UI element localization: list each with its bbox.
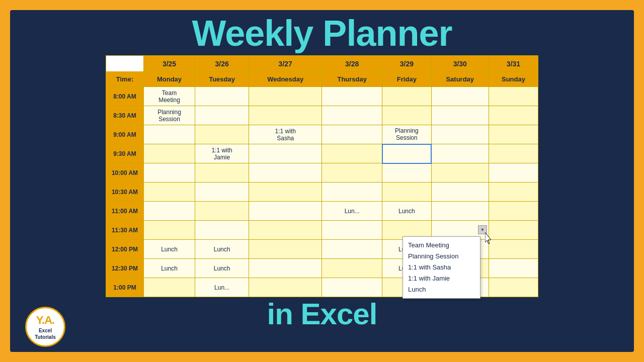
cell-mon-1200: Lunch [144, 240, 195, 259]
cell-mon-1030 [144, 183, 195, 202]
cell-sat-900 [431, 125, 489, 144]
cell-tue-800 [195, 87, 249, 106]
table-row: 8:00 AM TeamMeeting [106, 87, 538, 106]
page-title-bottom: in Excel [267, 299, 377, 329]
cell-tue-1030 [195, 183, 249, 202]
tooltip-item-1: Team Meeting [408, 240, 475, 251]
cell-tue-930: 1:1 withJamie [195, 144, 249, 163]
cell-sat-830 [431, 106, 489, 125]
cell-sun-800 [489, 87, 538, 106]
logo-line2: Tutorials [35, 334, 55, 340]
time-cell: 8:00 AM [106, 87, 144, 106]
cell-mon-1230: Lunch [144, 259, 195, 278]
time-cell: 11:00 AM [106, 202, 144, 221]
cell-wed-1000 [249, 163, 322, 183]
cell-fri-930 [382, 144, 432, 163]
day-thu: Thursday [322, 72, 382, 87]
cell-fri-1030 [382, 183, 432, 202]
cell-thu-1230 [322, 259, 382, 278]
cell-thu-1200 [322, 240, 382, 259]
cell-mon-800: TeamMeeting [144, 87, 195, 106]
cell-thu-830 [322, 106, 382, 125]
cell-thu-1030 [322, 183, 382, 202]
cell-mon-830: PlanningSession [144, 106, 195, 125]
day-sun: Sunday [489, 72, 538, 87]
calendar-container: 3/25 3/26 3/27 3/28 3/29 3/30 3/31 Time:… [106, 55, 538, 297]
time-cell: 9:00 AM [106, 125, 144, 144]
table-row: 10:00 AM [106, 163, 538, 183]
cell-tue-100: Lun... [195, 278, 249, 297]
cell-fri-1000 [382, 163, 432, 183]
cell-thu-900 [322, 125, 382, 144]
cell-sat-1030 [431, 183, 489, 202]
cell-fri-900: PlanningSession [382, 125, 432, 144]
cell-wed-1230 [249, 259, 322, 278]
day-tue: Tuesday [195, 72, 249, 87]
cell-mon-900 [144, 125, 195, 144]
cell-sun-1200 [489, 240, 538, 259]
day-sat: Saturday [431, 72, 489, 87]
cell-tue-1100 [195, 202, 249, 221]
cell-wed-1130 [249, 221, 322, 240]
time-cell: 10:00 AM [106, 163, 144, 183]
cell-tue-1200: Lunch [195, 240, 249, 259]
cell-thu-1000 [322, 163, 382, 183]
time-cell: 1:00 PM [106, 278, 144, 297]
day-mon: Monday [144, 72, 195, 87]
date-sun: 3/31 [489, 56, 538, 72]
date-header-row: 3/25 3/26 3/27 3/28 3/29 3/30 3/31 [106, 56, 538, 72]
day-header-row: Time: Monday Tuesday Wednesday Thursday … [106, 72, 538, 87]
cell-sat-800 [431, 87, 489, 106]
table-row: 9:00 AM 1:1 withSasha PlanningSession [106, 125, 538, 144]
cell-thu-100 [322, 278, 382, 297]
cell-wed-930 [249, 144, 322, 163]
logo-ya-text: Y.A. [36, 313, 54, 328]
cell-tue-830 [195, 106, 249, 125]
corner-cell [106, 56, 144, 72]
time-cell: 12:30 PM [106, 259, 144, 278]
logo-badge: Y.A. Excel Tutorials [25, 307, 65, 347]
table-row: 11:00 AM Lun... Lunch [106, 202, 538, 221]
cell-wed-1030 [249, 183, 322, 202]
cell-tue-1230: Lunch [195, 259, 249, 278]
cell-mon-1130 [144, 221, 195, 240]
cell-thu-1130 [322, 221, 382, 240]
table-row: 10:30 AM [106, 183, 538, 202]
cell-wed-900: 1:1 withSasha [249, 125, 322, 144]
cell-fri-830 [382, 106, 432, 125]
cell-wed-1200 [249, 240, 322, 259]
dropdown-arrow-button[interactable]: ▼ [478, 225, 487, 234]
cell-fri-1100: Lunch [382, 202, 432, 221]
cell-mon-930 [144, 144, 195, 163]
cell-sun-1100 [489, 202, 538, 221]
cell-wed-800 [249, 87, 322, 106]
cell-sun-900 [489, 125, 538, 144]
cell-sun-930 [489, 144, 538, 163]
date-tue: 3/26 [195, 56, 249, 72]
cell-thu-1100: Lun... [322, 202, 382, 221]
cell-sun-1030 [489, 183, 538, 202]
cell-thu-800 [322, 87, 382, 106]
cell-sun-1230 [489, 259, 538, 278]
date-sat: 3/30 [431, 56, 489, 72]
table-row: 9:30 AM 1:1 withJamie [106, 144, 538, 163]
tooltip-item-5: Lunch [408, 284, 475, 295]
time-label: Time: [106, 72, 144, 87]
date-thu: 3/28 [322, 56, 382, 72]
cell-sun-1130 [489, 221, 538, 240]
time-cell: 12:00 PM [106, 240, 144, 259]
cell-fri-800 [382, 87, 432, 106]
date-fri: 3/29 [382, 56, 432, 72]
cell-sun-1000 [489, 163, 538, 183]
cell-thu-930 [322, 144, 382, 163]
cell-sat-930 [431, 144, 489, 163]
logo-line1: Excel [39, 327, 52, 334]
cell-sat-1000 [431, 163, 489, 183]
time-cell: 9:30 AM [106, 144, 144, 163]
cell-tue-900 [195, 125, 249, 144]
cell-wed-100 [249, 278, 322, 297]
event-dropdown-tooltip: Team Meeting Planning Session 1:1 with S… [403, 236, 480, 299]
cell-wed-1100 [249, 202, 322, 221]
page-title-top: Weekly Planner [192, 15, 452, 51]
time-cell: 8:30 AM [106, 106, 144, 125]
